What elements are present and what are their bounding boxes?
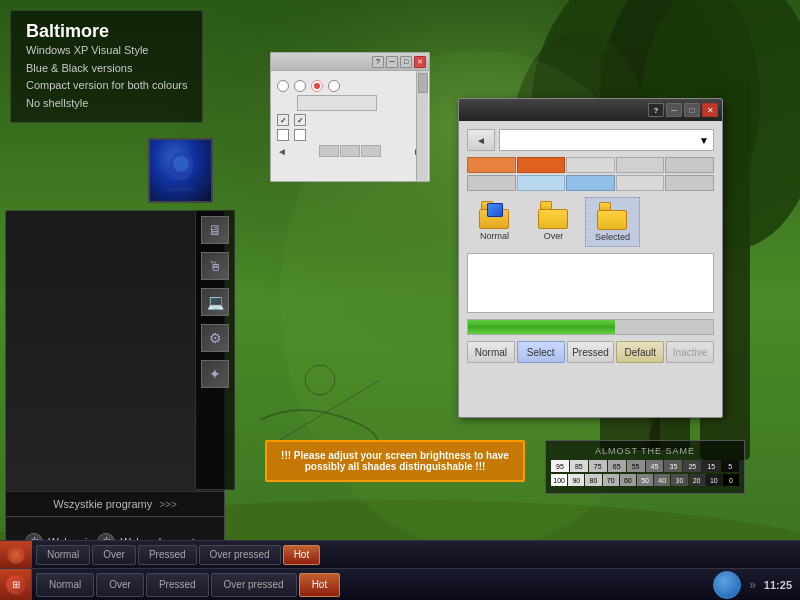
- toolbar-back-btn[interactable]: ◄: [467, 129, 495, 151]
- radio-1[interactable]: [277, 80, 289, 92]
- checkbox-row: ✓ ✓: [277, 114, 423, 126]
- checkbox-4[interactable]: [294, 129, 306, 141]
- taskbar-tab-pressed[interactable]: Pressed: [146, 573, 209, 597]
- programs-label[interactable]: Wszystkie programy: [53, 498, 152, 510]
- avatar-frame: [148, 138, 213, 203]
- preview-tab-over-pressed[interactable]: Over pressed: [199, 545, 281, 565]
- color-seg-2-1: [467, 175, 516, 191]
- taskbar-tab-normal[interactable]: Normal: [36, 573, 94, 597]
- taskbar-tab-over-pressed[interactable]: Over pressed: [211, 573, 297, 597]
- checkbox-2[interactable]: ✓: [294, 114, 306, 126]
- taskbar-tab-hot[interactable]: Hot: [299, 573, 341, 597]
- preview-taskbar-tabs: NormalOverPressedOver pressedHot: [32, 545, 800, 565]
- nav-dot-3[interactable]: [361, 145, 381, 157]
- dialog-toolbar: ◄ ▼: [467, 129, 714, 151]
- start-button[interactable]: ⊞: [0, 569, 32, 601]
- btn-inactive[interactable]: Inactive: [666, 341, 714, 363]
- avatar-image: [150, 140, 211, 201]
- sidebar-icon-1[interactable]: 🖥: [201, 216, 229, 244]
- radio-3[interactable]: [311, 80, 323, 92]
- text-area[interactable]: [467, 253, 714, 313]
- preview-textbox[interactable]: [297, 95, 377, 111]
- scrollbar[interactable]: [416, 71, 428, 181]
- preview-start-btn[interactable]: [0, 541, 32, 569]
- dialog-close-btn[interactable]: ✕: [702, 103, 718, 117]
- preview-tab-hot[interactable]: Hot: [283, 545, 321, 565]
- dropdown-arrow: ▼: [699, 135, 709, 146]
- shade-cell: 80: [585, 474, 601, 486]
- dialog-max-btn[interactable]: □: [684, 103, 700, 117]
- sidebar-icon-3[interactable]: 💻: [201, 288, 229, 316]
- warning-box: !!! Please adjust your screen brightness…: [265, 440, 525, 482]
- checkbox-row-2: [277, 129, 423, 141]
- start-menu: Wszystkie programy >>> ⏻ Wyloguj ⏻ Wyłąc…: [5, 210, 225, 540]
- small-preview-window: ? ─ □ ✕ ✓ ✓ ◄: [270, 52, 430, 182]
- folder-over[interactable]: Over: [526, 197, 581, 247]
- progress-bar-container: [467, 319, 714, 335]
- sidebar-icon-5[interactable]: ✦: [201, 360, 229, 388]
- shade-cell: 90: [568, 474, 584, 486]
- tray-arrows[interactable]: »: [749, 578, 756, 592]
- folder-over-body: [538, 209, 568, 229]
- avatar-svg: [156, 146, 206, 196]
- sidebar-icon-2[interactable]: 🖱: [201, 252, 229, 280]
- sidebar-icons: 🖥 🖱 💻 ⚙ ✦: [195, 210, 235, 490]
- sidebar-icon-4[interactable]: ⚙: [201, 324, 229, 352]
- checkbox-1[interactable]: ✓: [277, 114, 289, 126]
- folder-selected-body: [597, 210, 627, 230]
- small-preview-min-btn[interactable]: ─: [386, 56, 398, 68]
- shade-cell: 65: [608, 460, 626, 472]
- shade-cell: 100: [551, 474, 567, 486]
- radio-4[interactable]: [328, 80, 340, 92]
- nav-left-arrow[interactable]: ◄: [277, 146, 287, 157]
- main-dialog: ? ─ □ ✕ ◄ ▼: [458, 98, 723, 418]
- color-seg-gray-2: [616, 157, 665, 173]
- btn-pressed[interactable]: Pressed: [567, 341, 615, 363]
- radio-2[interactable]: [294, 80, 306, 92]
- preview-item: [297, 95, 423, 111]
- shade-cell: 35: [664, 460, 682, 472]
- color-seg-2-5: [665, 175, 714, 191]
- shade-cell: 45: [646, 460, 664, 472]
- color-seg-2-4: [616, 175, 665, 191]
- folder-selected-icon: [597, 202, 629, 230]
- color-seg-gray-3: [665, 157, 714, 173]
- checkbox-3[interactable]: [277, 129, 289, 141]
- tray-globe-icon: [713, 571, 741, 599]
- shade-cell: 95: [551, 460, 569, 472]
- nav-dot-1[interactable]: [319, 145, 339, 157]
- shade-cell: 25: [683, 460, 701, 472]
- btn-normal[interactable]: Normal: [467, 341, 515, 363]
- taskbar-tab-over[interactable]: Over: [96, 573, 144, 597]
- nav-dot-2[interactable]: [340, 145, 360, 157]
- btn-select[interactable]: Select: [517, 341, 565, 363]
- address-dropdown[interactable]: ▼: [499, 129, 714, 151]
- preview-tab-over[interactable]: Over: [92, 545, 136, 565]
- dialog-help-btn[interactable]: ?: [648, 103, 664, 117]
- btn-default[interactable]: Default: [616, 341, 664, 363]
- shade-cell: 50: [637, 474, 653, 486]
- shade-cell: 5: [721, 460, 739, 472]
- small-nav: ◄ ►: [277, 145, 423, 157]
- small-preview-help-btn[interactable]: ?: [372, 56, 384, 68]
- small-preview-max-btn[interactable]: □: [400, 56, 412, 68]
- main-taskbar: ⊞ NormalOverPressedOver pressedHot » 11:…: [0, 568, 800, 600]
- shade-cell: 60: [620, 474, 636, 486]
- dialog-min-btn[interactable]: ─: [666, 103, 682, 117]
- small-preview-close-btn[interactable]: ✕: [414, 56, 426, 68]
- preview-tab-normal[interactable]: Normal: [36, 545, 90, 565]
- shade-cell: 30: [671, 474, 687, 486]
- color-seg-orange-2: [517, 157, 566, 173]
- color-seg-gray-1: [566, 157, 615, 173]
- folder-over-tab: [540, 201, 552, 209]
- preview-taskbar: NormalOverPressedOver pressedHot: [0, 540, 800, 568]
- scrollbar-thumb[interactable]: [418, 73, 428, 93]
- shade-cell: 15: [702, 460, 720, 472]
- folder-normal-icon: [479, 201, 511, 229]
- folder-selected[interactable]: Selected: [585, 197, 640, 247]
- preview-tab-pressed[interactable]: Pressed: [138, 545, 197, 565]
- start-menu-main: [6, 211, 224, 491]
- shade-cell: 55: [627, 460, 645, 472]
- shade-cell: 0: [723, 474, 739, 486]
- folder-normal[interactable]: Normal: [467, 197, 522, 247]
